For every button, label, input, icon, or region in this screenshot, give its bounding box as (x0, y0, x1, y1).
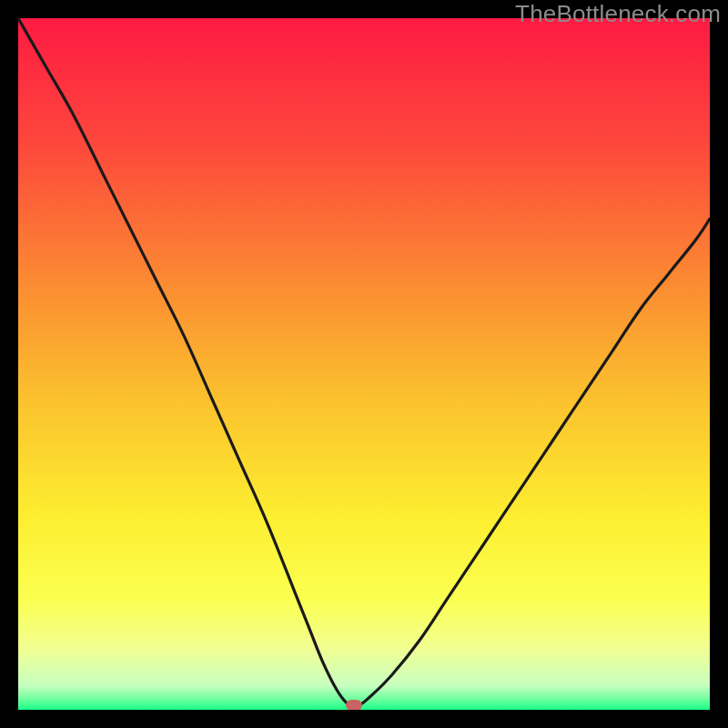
watermark: TheBottleneck.com (515, 0, 721, 28)
plot-area (18, 18, 710, 710)
bottleneck-curve (18, 18, 710, 710)
optimal-marker (346, 700, 362, 710)
